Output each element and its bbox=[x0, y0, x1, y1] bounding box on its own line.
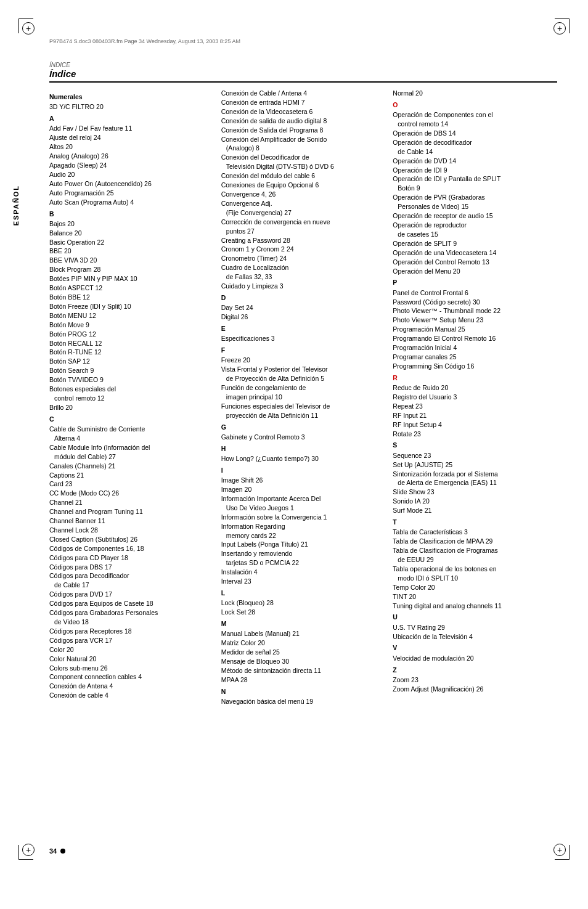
entry-sequence: Sequence 23 bbox=[393, 451, 557, 460]
entry-equipo-opcional: Conexiones de Equipo Opcional 6 bbox=[221, 181, 386, 190]
entry-amplificador-cont: (Analogo) 8 bbox=[221, 144, 386, 153]
entry-tint: TINT 20 bbox=[393, 592, 557, 601]
reg-mark-tl bbox=[22, 22, 35, 35]
entry-card: Card 23 bbox=[49, 479, 214, 489]
entry-audio-digital: Conexión de salida de audio digital 8 bbox=[221, 116, 386, 126]
entry-day-set: Day Set 24 bbox=[221, 303, 386, 312]
entry-cronometro: Cronometro (Timer) 24 bbox=[221, 254, 386, 263]
index-columns: Numerales 3D Y/C FILTRO 20 A Add Fav / D… bbox=[49, 89, 557, 706]
page-dot bbox=[60, 849, 65, 854]
entry-codigos-componentes: Códigos de Componentes 16, 18 bbox=[49, 544, 214, 553]
section-v: V bbox=[393, 643, 557, 653]
entry-mpaa: MPAA 28 bbox=[221, 675, 386, 685]
entry-prog-manual: Programación Manual 25 bbox=[393, 325, 557, 334]
header-subtitle: ÍNDICE bbox=[49, 62, 557, 68]
entry-digital: Digital 26 bbox=[221, 312, 386, 322]
section-s: S bbox=[393, 441, 557, 450]
entry-op-componentes-cont: control remoto 14 bbox=[393, 120, 557, 129]
entry-information-regarding: Information Regarding bbox=[221, 522, 386, 531]
entry-tabla-caract: Tabla de Características 3 bbox=[393, 528, 557, 537]
entry-ubicacion: Ubicación de la Televisión 4 bbox=[393, 632, 557, 642]
entry-especiales-cont: control remoto 12 bbox=[49, 394, 214, 403]
entry-vista-frontal-cont: de Proyección de Alta Definición 5 bbox=[221, 374, 386, 383]
entry-colors-submenu: Colors sub-menu 26 bbox=[49, 664, 214, 673]
entry-cuidado: Cuidado y Limpieza 3 bbox=[221, 282, 386, 291]
section-m: M bbox=[221, 619, 386, 629]
entry-cronom: Cronom 1 y Cronom 2 24 bbox=[221, 245, 386, 254]
entry-imagen: Imagen 20 bbox=[221, 485, 386, 494]
entry-hdmi: Conexión de entrada HDMI 7 bbox=[221, 98, 386, 107]
entry-tabla-eeuu: Tabla de Clasificacion de Programas bbox=[393, 546, 557, 555]
entry-rtune-btn: Botón R-TUNE 12 bbox=[49, 348, 214, 357]
entry-audio: Audio 20 bbox=[49, 170, 214, 179]
entry-cable-module-cont: módulo del Cable) 27 bbox=[49, 452, 214, 462]
entry-op-idi: Operación de IDI 9 bbox=[393, 166, 557, 175]
entry-op-deco-cont: de Cable 14 bbox=[393, 147, 557, 157]
entry-balance: Balance 20 bbox=[49, 229, 214, 238]
entry-tuning-digital: Tuning digital and analog channels 11 bbox=[393, 601, 557, 611]
entry-op-pvr: Operación de PVR (Grabadoras bbox=[393, 193, 557, 202]
entry-color-natural: Color Natural 20 bbox=[49, 654, 214, 664]
entry-registro: Registro del Usuario 3 bbox=[393, 393, 557, 402]
entry-op-videocasetera: Operación de una Videocasetera 14 bbox=[393, 248, 557, 258]
entry-rf-setup: RF Input Setup 4 bbox=[393, 420, 557, 430]
entry-panel: Panel de Control Frontal 6 bbox=[393, 288, 557, 298]
entry-programar-canales: Programar canales 25 bbox=[393, 353, 557, 362]
entry-mensaje: Mensaje de Bloqueo 30 bbox=[221, 657, 386, 666]
entry-lock: Lock (Bloqueo) 28 bbox=[221, 598, 386, 608]
entry-funciones-especiales: Funciones especiales del Televisor de bbox=[221, 402, 386, 411]
entry-prog-inicial: Programación Inicial 4 bbox=[393, 343, 557, 353]
entry-component-cables: Component connection cables 4 bbox=[49, 672, 214, 682]
section-c: C bbox=[49, 415, 214, 424]
index-col-2: Conexión de Cable / Antena 4 Conexión de… bbox=[221, 89, 393, 706]
entry-tabla-eeuu-cont: de EEUU 29 bbox=[393, 555, 557, 565]
section-b: B bbox=[49, 210, 214, 219]
entry-memory-cards: memory cards 22 bbox=[221, 531, 386, 540]
page-container: P97B474 S.doc3 080403R.fm Page 34 Wednes… bbox=[0, 0, 588, 909]
entry-correccion: Corrección de convergencia en nueve bbox=[221, 218, 386, 227]
entry-salida-prog: Conexión de Salida del Programa 8 bbox=[221, 126, 386, 135]
entry-photo-setup: Photo Viewer™ Setup Menu 23 bbox=[393, 316, 557, 325]
entry-convergence: Convergence 4, 26 bbox=[221, 190, 386, 199]
entry-move-btn: Botón Move 9 bbox=[49, 320, 214, 330]
entry-menu-btn: Botón MENU 12 bbox=[49, 311, 214, 320]
section-a: A bbox=[49, 114, 214, 123]
entry-decodificador-cont: Televisión Digital (DTV-STB) ó DVD 6 bbox=[221, 162, 386, 171]
entry-funciones-cont: proyección de Alta Definición 11 bbox=[221, 411, 386, 420]
entry-freeze-btn: Botón Freeze (IDI y Split) 10 bbox=[49, 302, 214, 311]
entry-codigos-casete: Códigos para Equipos de Casete 18 bbox=[49, 599, 214, 608]
entry-input-labels: Input Labels (Ponga Título) 21 bbox=[221, 540, 386, 549]
entry-sap-btn: Botón SAP 12 bbox=[49, 357, 214, 366]
entry-op-menu: Operación del Menu 20 bbox=[393, 267, 557, 276]
entry-codigos-grab-cont: de Video 18 bbox=[49, 618, 214, 627]
entry-tvvideo-btn: Botón TV/VIDEO 9 bbox=[49, 375, 214, 385]
entry-op-control: Operación del Control Remoto 13 bbox=[393, 258, 557, 267]
entry-search-btn: Botón Search 9 bbox=[49, 366, 214, 375]
entry-programming-sin: Programming Sin Código 16 bbox=[393, 362, 557, 371]
entry-vista-frontal: Vista Frontal y Posterior del Televisor bbox=[221, 365, 386, 374]
entry-tarjetas: tarjetas SD o PCMCIA 22 bbox=[221, 558, 386, 568]
entry-auto-prog: Auto Programación 25 bbox=[49, 189, 214, 198]
entry-analog: Analog (Analogo) 26 bbox=[49, 152, 214, 161]
section-r: R bbox=[393, 373, 557, 383]
entry-cable-suministro: Cable de Suministro de Corriente bbox=[49, 425, 214, 434]
entry-amplificador: Conexión del Amplificador de Sonido bbox=[221, 135, 386, 144]
entry-tabla-mpaa: Tabla de Clasificacion de MPAA 29 bbox=[393, 537, 557, 546]
entry-instalacion: Instalación 4 bbox=[221, 568, 386, 577]
section-numerales: Numerales bbox=[49, 92, 214, 102]
entry-info-importante: Información Importante Acerca Del bbox=[221, 494, 386, 503]
entry-medidor: Medidor de señal 25 bbox=[221, 648, 386, 657]
reg-mark-tr bbox=[553, 22, 566, 35]
entry-op-idi-split: Operación de IDI y Pantalla de SPLIT bbox=[393, 174, 557, 184]
entry-especificaciones: Especificaciones 3 bbox=[221, 334, 386, 343]
section-z: Z bbox=[393, 666, 557, 675]
entry-zoom-adjust: Zoom Adjust (Magnificación) 26 bbox=[393, 685, 557, 694]
reg-mark-br bbox=[553, 844, 566, 856]
entry-lock-set: Lock Set 28 bbox=[221, 608, 386, 617]
section-p: P bbox=[393, 278, 557, 287]
section-e: E bbox=[221, 324, 386, 333]
entry-op-dbs: Operación de DBS 14 bbox=[393, 129, 557, 138]
entry-conexion-antena: Conexión de Antena 4 bbox=[49, 682, 214, 691]
entry-channel-banner: Channel Banner 11 bbox=[49, 516, 214, 526]
entry-auto-scan: Auto Scan (Programa Auto) 4 bbox=[49, 198, 214, 207]
